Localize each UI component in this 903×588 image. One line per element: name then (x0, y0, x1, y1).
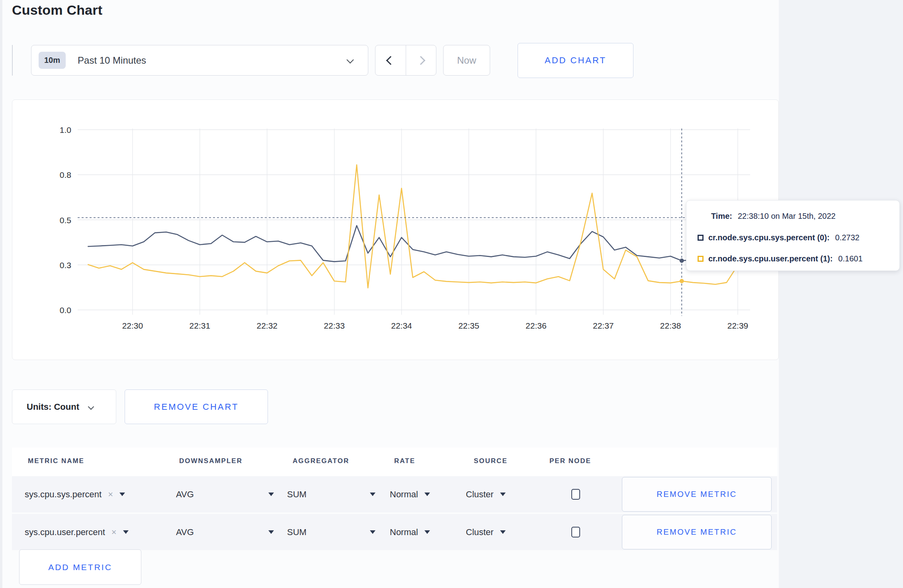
chevron-left-icon (386, 56, 395, 65)
svg-text:1.0: 1.0 (60, 125, 71, 134)
page-right-gutter (779, 0, 903, 588)
rate-value: Normal (390, 527, 418, 537)
chevron-down-icon (346, 56, 354, 63)
svg-text:22:35: 22:35 (458, 321, 479, 330)
source-value: Cluster (466, 489, 494, 500)
series-swatch-icon (698, 235, 704, 241)
col-source: SOURCE (474, 457, 508, 465)
aggregator-select[interactable]: SUM (287, 476, 375, 512)
col-metric-name: METRIC NAME (28, 457, 84, 465)
rate-value: Normal (390, 489, 418, 500)
svg-text:22:34: 22:34 (391, 321, 412, 330)
downsampler-value: AVG (176, 527, 194, 537)
source-value: Cluster (466, 527, 494, 537)
per-node-checkbox[interactable] (571, 489, 580, 500)
svg-text:22:36: 22:36 (526, 321, 547, 330)
caret-down-icon (370, 493, 375, 496)
remove-metric-button[interactable]: REMOVE METRIC (622, 515, 772, 549)
chart-card[interactable]: 1.00.80.50.30.022:3022:3122:3222:3322:34… (12, 99, 779, 360)
tooltip-series-value: 0.2732 (835, 233, 860, 242)
aggregator-value: SUM (287, 489, 307, 500)
units-label: Units: Count (27, 402, 79, 412)
caret-down-icon (500, 493, 506, 496)
svg-text:22:30: 22:30 (122, 321, 143, 330)
time-prev-button[interactable] (375, 45, 406, 75)
svg-text:0.8: 0.8 (60, 170, 71, 179)
time-next-button[interactable] (406, 45, 436, 75)
svg-text:0.0: 0.0 (60, 306, 71, 315)
tooltip-series-label: cr.node.sys.cpu.user.percent (1): (708, 254, 833, 263)
metric-row: sys.cpu.sys.percent × AVG SUM Normal Clu… (12, 476, 777, 512)
aggregator-select[interactable]: SUM (287, 514, 375, 550)
series-swatch-icon (698, 256, 704, 262)
caret-down-icon (268, 493, 274, 496)
add-metric-button[interactable]: ADD METRIC (19, 549, 141, 585)
col-rate: RATE (394, 457, 415, 465)
svg-text:22:39: 22:39 (727, 321, 749, 330)
time-range-select[interactable]: 10m Past 10 Minutes (31, 45, 368, 76)
col-aggregator: AGGREGATOR (293, 457, 349, 465)
metric-name-select[interactable]: sys.cpu.sys.percent × (25, 476, 125, 512)
page-title: Custom Chart (12, 2, 102, 18)
svg-text:0.3: 0.3 (60, 261, 71, 270)
page-left-edge (0, 0, 2, 588)
tooltip-series-value: 0.1601 (838, 254, 862, 263)
svg-text:0.5: 0.5 (60, 216, 71, 225)
add-chart-button[interactable]: ADD CHART (518, 43, 633, 78)
per-node-checkbox[interactable] (571, 527, 580, 537)
tooltip-time-row: Time: 22:38:10 on Mar 15th, 2022 (711, 212, 836, 221)
svg-text:22:33: 22:33 (324, 321, 345, 330)
tooltip-series-label: cr.node.sys.cpu.sys.percent (0): (708, 233, 830, 242)
caret-down-icon[interactable] (123, 530, 129, 534)
units-select[interactable]: Units: Count (12, 389, 116, 424)
col-downsampler: DOWNSAMPLER (179, 457, 242, 465)
svg-text:22:37: 22:37 (593, 321, 614, 330)
col-per-node: PER NODE (549, 457, 591, 465)
time-nav-group (375, 45, 436, 76)
source-select[interactable]: Cluster (466, 514, 506, 550)
clear-metric-icon[interactable]: × (108, 489, 113, 500)
rate-select[interactable]: Normal (390, 476, 430, 512)
metrics-table-header: METRIC NAME DOWNSAMPLER AGGREGATOR RATE … (12, 448, 777, 476)
tooltip-time-label: Time: (711, 212, 732, 221)
time-range-label: Past 10 Minutes (78, 55, 146, 66)
downsampler-value: AVG (176, 489, 194, 500)
svg-text:22:31: 22:31 (190, 321, 211, 330)
remove-metric-button[interactable]: REMOVE METRIC (622, 477, 772, 512)
now-button[interactable]: Now (443, 45, 490, 76)
clear-metric-icon[interactable]: × (111, 527, 117, 537)
chevron-right-icon (416, 56, 426, 65)
rate-select[interactable]: Normal (390, 514, 430, 550)
svg-text:22:38: 22:38 (660, 321, 681, 330)
time-range-badge: 10m (39, 52, 66, 69)
source-select[interactable]: Cluster (466, 476, 506, 512)
caret-down-icon (268, 530, 274, 534)
svg-text:22:32: 22:32 (256, 321, 278, 330)
metric-name-text: sys.cpu.user.percent (25, 527, 105, 537)
chart-tooltip: Time: 22:38:10 on Mar 15th, 2022 cr.node… (686, 200, 900, 271)
line-chart[interactable]: 1.00.80.50.30.022:3022:3122:3222:3322:34… (12, 100, 779, 360)
tooltip-series-row: cr.node.sys.cpu.sys.percent (0): 0.2732 (698, 233, 860, 242)
caret-down-icon (424, 530, 430, 534)
metric-name-select[interactable]: sys.cpu.user.percent × (25, 514, 129, 550)
metric-name-text: sys.cpu.sys.percent (25, 489, 102, 500)
custom-chart-page: Custom Chart 10m Past 10 Minutes Now ADD… (0, 0, 903, 588)
chevron-down-icon (88, 404, 94, 410)
caret-down-icon (424, 493, 430, 496)
aggregator-value: SUM (287, 527, 307, 537)
tooltip-time-value: 22:38:10 on Mar 15th, 2022 (738, 212, 836, 221)
downsampler-select[interactable]: AVG (176, 476, 274, 512)
metric-row: sys.cpu.user.percent × AVG SUM Normal Cl… (12, 514, 777, 550)
remove-chart-button[interactable]: REMOVE CHART (125, 389, 268, 424)
toolbar-divider (12, 45, 13, 76)
caret-down-icon (500, 530, 506, 534)
caret-down-icon[interactable] (119, 493, 125, 496)
tooltip-series-row: cr.node.sys.cpu.user.percent (1): 0.1601 (698, 254, 863, 263)
caret-down-icon (370, 530, 375, 534)
downsampler-select[interactable]: AVG (176, 514, 274, 550)
